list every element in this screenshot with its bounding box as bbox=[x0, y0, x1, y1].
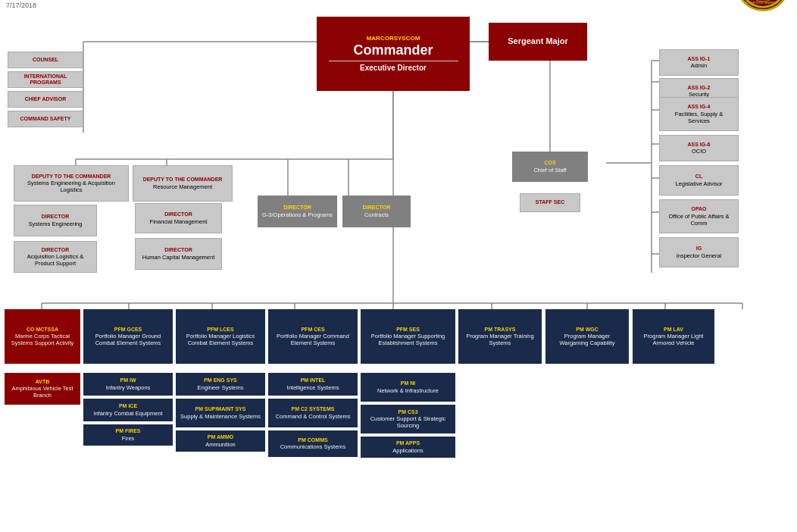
staff-sec-box: Staff Sec bbox=[520, 193, 580, 212]
chief-advisor-label: Chief Advisor bbox=[25, 96, 67, 102]
commander-box: MARCORSYSCOM Commander Executive Directo… bbox=[317, 17, 470, 91]
director-syseng-box: DIRECTOR Systems Engineering bbox=[14, 205, 97, 236]
chief-advisor-box: Chief Advisor bbox=[8, 91, 83, 108]
avtb-box: AVTB Amphibious Vehicle Test Branch bbox=[5, 373, 80, 405]
command-safety-box: Command Safety bbox=[8, 111, 83, 127]
intl-programs-label: International Programs bbox=[12, 74, 79, 86]
pm-ice-box: PM ICE Infantry Combat Equipment bbox=[83, 399, 173, 421]
sergeant-major-title: Sergeant Major bbox=[508, 36, 567, 46]
svg-text:HEADQUARTERS MARINE CORPS: HEADQUARTERS MARINE CORPS bbox=[739, 1, 787, 5]
intl-programs-box: International Programs bbox=[8, 71, 83, 88]
right-box-6: OPAO Office of Public Affairs & Comm bbox=[659, 199, 739, 233]
pm-fires-box: PM FIRES Fires bbox=[83, 424, 173, 446]
right-box-1: ASS IG-1 Admin bbox=[659, 49, 739, 76]
pfm-gces-box: PfM GCES Portfolio Manager Ground Combat… bbox=[83, 309, 173, 364]
date-label: 7/17/2018 bbox=[6, 2, 36, 9]
pm-wgc-box: PM WGC Program Manager Wargaming Capabil… bbox=[545, 309, 629, 364]
pm-intel-box: PM INTEL Intelligence Systems bbox=[268, 373, 358, 396]
pm-lav-box: PM LAV Program Manager Light Armored Veh… bbox=[633, 309, 714, 364]
director-contracts-box: DIRECTOR Contracts bbox=[342, 196, 411, 227]
co-mctssa-box: CO MCTSSA Marine Corps Tactical Systems … bbox=[5, 309, 80, 364]
counsel-box: Counsel bbox=[8, 52, 83, 68]
pm-ammo-box: PM AMMO Ammunition bbox=[176, 430, 265, 452]
pm-trasys-box: PM TRASYS Program Manager Training Syste… bbox=[458, 309, 542, 364]
command-safety-label: Command Safety bbox=[20, 116, 71, 122]
pm-cs3-box: PM CS3 Customer Support & Strategic Sour… bbox=[361, 405, 455, 433]
director-humancap-box: DIRECTOR Human Capital Management bbox=[135, 238, 222, 270]
pm-iw-box: PM IW Infantry Weapons bbox=[83, 373, 173, 396]
pm-comms-box: PM COMMS Communications Systems bbox=[268, 430, 358, 457]
sergeant-major-box: Sergeant Major bbox=[489, 23, 587, 61]
commander-org: MARCORSYSCOM bbox=[367, 35, 420, 42]
commander-title: Commander bbox=[353, 42, 433, 59]
right-box-3: ASS IG-4 Facilities, Supply & Services bbox=[659, 97, 739, 131]
counsel-label: Counsel bbox=[33, 57, 58, 63]
director-g3-box: DIRECTOR G-3/Operations & Programs bbox=[258, 196, 337, 227]
pfm-ses-box: PfM SES Portfolio Manager Supporting Est… bbox=[361, 309, 455, 364]
director-finmgmt-box: DIRECTOR Financial Management bbox=[135, 203, 222, 233]
pm-ni-box: PM NI Network & Infrastructure bbox=[361, 373, 455, 402]
staff-sec-title: Staff Sec bbox=[536, 199, 564, 205]
pfm-lces-box: PfM LCES Portfolio Manager Logistics Com… bbox=[176, 309, 265, 364]
deputy1-box: DEPUTY TO THE COMMANDER Systems Engineer… bbox=[14, 165, 129, 202]
pm-engsys-box: PM ENG SYS Engineer Systems bbox=[176, 373, 265, 396]
pfm-ces-box: PfM CES Portfolio Manager Command Elemen… bbox=[268, 309, 358, 364]
commander-subtitle: Executive Director bbox=[360, 64, 427, 73]
right-box-7: IG Inspector General bbox=[659, 237, 739, 268]
right-box-4: ASS IG-6 OCIO bbox=[659, 135, 739, 161]
right-box-5: CL Legislative Advisor bbox=[659, 165, 739, 196]
logo: MARINE CORPS SYSTEMS HEADQUARTERS MARINE… bbox=[736, 0, 789, 11]
pm-apps-box: PM APPS Applications bbox=[361, 437, 455, 458]
cos-box: COS Chief of Staff bbox=[512, 152, 588, 182]
cos-body: Chief of Staff bbox=[533, 167, 566, 174]
deputy2-box: DEPUTY TO THE COMMANDER Resource Managem… bbox=[133, 165, 233, 202]
director-acqlog-box: DIRECTOR Acquisition Logistics & Product… bbox=[14, 241, 97, 273]
pm-c2sys-box: PM C2 SYSTEMS Command & Control Systems bbox=[268, 399, 358, 427]
pm-supmaint-box: PM SUP/MAINT SYS Supply & Maintenance Sy… bbox=[176, 399, 265, 427]
cos-title: COS bbox=[544, 160, 555, 166]
